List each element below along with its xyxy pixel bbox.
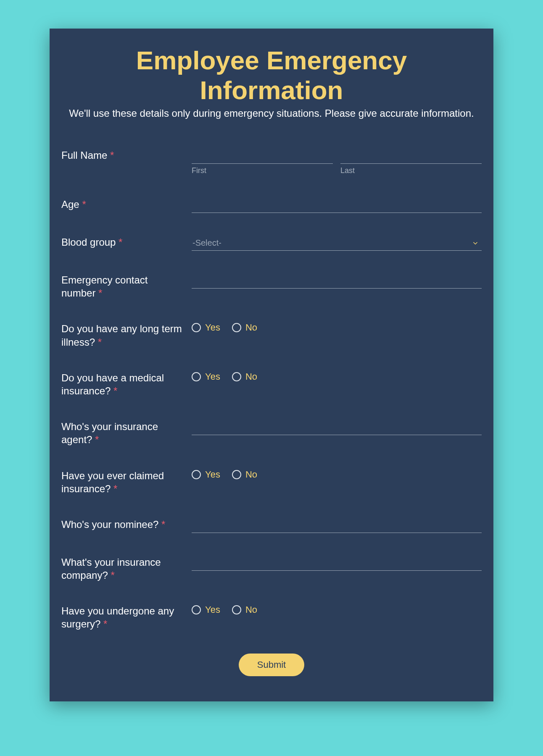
long-term-illness-label: Do you have any long term illness? * bbox=[61, 322, 192, 348]
form-card: Employee Emergency Information We'll use… bbox=[50, 29, 493, 701]
required-asterisk: * bbox=[82, 199, 86, 210]
claimed-radio-yes[interactable]: Yes bbox=[192, 469, 220, 480]
required-asterisk: * bbox=[113, 385, 117, 396]
illness-radio-group: Yes No bbox=[192, 322, 482, 333]
surgery-radio-no[interactable]: No bbox=[232, 604, 257, 615]
radio-label: Yes bbox=[205, 604, 220, 615]
medical-insurance-radio-no[interactable]: No bbox=[232, 371, 257, 382]
radio-circle-icon bbox=[232, 323, 241, 332]
chevron-down-icon bbox=[472, 239, 479, 247]
radio-label: Yes bbox=[205, 469, 220, 480]
insurance-agent-label: Who's your insurance agent? * bbox=[61, 420, 192, 446]
radio-label: No bbox=[245, 604, 257, 615]
label-text: Full Name bbox=[61, 150, 107, 161]
field-claimed-insurance: Have you ever claimed insurance? * Yes N… bbox=[61, 469, 482, 495]
surgery-label: Have you undergone any surgery? * bbox=[61, 604, 192, 630]
required-asterisk: * bbox=[111, 570, 114, 581]
label-text: Have you undergone any surgery? bbox=[61, 605, 174, 630]
field-nominee: Who's your nominee? * bbox=[61, 518, 482, 533]
insurance-agent-input[interactable] bbox=[192, 420, 482, 435]
select-placeholder: -Select- bbox=[192, 238, 221, 247]
surgery-radio-group: Yes No bbox=[192, 604, 482, 615]
claimed-insurance-label: Have you ever claimed insurance? * bbox=[61, 469, 192, 495]
label-text: Blood group bbox=[61, 236, 116, 248]
claimed-radio-no[interactable]: No bbox=[232, 469, 257, 480]
radio-label: No bbox=[245, 371, 257, 382]
radio-circle-icon bbox=[232, 372, 241, 381]
radio-circle-icon bbox=[192, 470, 201, 479]
required-asterisk: * bbox=[98, 287, 102, 299]
field-surgery: Have you undergone any surgery? * Yes No bbox=[61, 604, 482, 630]
last-name-sublabel: Last bbox=[340, 166, 482, 175]
field-age: Age * bbox=[61, 198, 482, 213]
blood-group-select[interactable]: -Select- bbox=[192, 236, 482, 251]
nominee-label: Who's your nominee? * bbox=[61, 518, 192, 531]
required-asterisk: * bbox=[119, 236, 122, 248]
field-emergency-contact: Emergency contact number * bbox=[61, 273, 482, 299]
field-medical-insurance: Do you have a medical insurance? * Yes N… bbox=[61, 371, 482, 397]
submit-row: Submit bbox=[61, 654, 482, 676]
required-asterisk: * bbox=[95, 434, 99, 445]
age-input[interactable] bbox=[192, 198, 482, 213]
radio-circle-icon bbox=[192, 605, 201, 614]
last-name-input[interactable] bbox=[340, 149, 482, 164]
first-name-sublabel: First bbox=[192, 166, 333, 175]
medical-insurance-radio-group: Yes No bbox=[192, 371, 482, 382]
full-name-label: Full Name * bbox=[61, 149, 192, 162]
radio-label: Yes bbox=[205, 322, 220, 333]
surgery-radio-yes[interactable]: Yes bbox=[192, 604, 220, 615]
medical-insurance-label: Do you have a medical insurance? * bbox=[61, 371, 192, 397]
required-asterisk: * bbox=[103, 618, 107, 630]
label-text: Who's your insurance agent? bbox=[61, 421, 158, 445]
radio-circle-icon bbox=[232, 470, 241, 479]
emergency-contact-label: Emergency contact number * bbox=[61, 273, 192, 299]
radio-circle-icon bbox=[192, 372, 201, 381]
required-asterisk: * bbox=[161, 519, 165, 530]
field-blood-group: Blood group * -Select- bbox=[61, 236, 482, 251]
form-title: Employee Emergency Information bbox=[61, 45, 482, 105]
blood-group-label: Blood group * bbox=[61, 236, 192, 249]
emergency-contact-input[interactable] bbox=[192, 273, 482, 289]
submit-button[interactable]: Submit bbox=[239, 654, 304, 676]
illness-radio-no[interactable]: No bbox=[232, 322, 257, 333]
claimed-radio-group: Yes No bbox=[192, 469, 482, 480]
label-text: Do you have any long term illness? bbox=[61, 323, 182, 347]
required-asterisk: * bbox=[110, 150, 114, 161]
field-insurance-agent: Who's your insurance agent? * bbox=[61, 420, 482, 446]
field-insurance-company: What's your insurance company? * bbox=[61, 556, 482, 582]
field-full-name: Full Name * First Last bbox=[61, 149, 482, 175]
label-text: Do you have a medical insurance? bbox=[61, 372, 164, 396]
radio-circle-icon bbox=[232, 605, 241, 614]
illness-radio-yes[interactable]: Yes bbox=[192, 322, 220, 333]
required-asterisk: * bbox=[113, 483, 117, 494]
radio-label: No bbox=[245, 322, 257, 333]
field-long-term-illness: Do you have any long term illness? * Yes… bbox=[61, 322, 482, 348]
required-asterisk: * bbox=[98, 336, 102, 348]
label-text: Have you ever claimed insurance? bbox=[61, 470, 164, 494]
label-text: Emergency contact number bbox=[61, 274, 148, 299]
first-name-input[interactable] bbox=[192, 149, 333, 164]
medical-insurance-radio-yes[interactable]: Yes bbox=[192, 371, 220, 382]
nominee-input[interactable] bbox=[192, 518, 482, 533]
label-text: Age bbox=[61, 199, 79, 210]
radio-label: No bbox=[245, 469, 257, 480]
insurance-company-label: What's your insurance company? * bbox=[61, 556, 192, 582]
age-label: Age * bbox=[61, 198, 192, 211]
insurance-company-input[interactable] bbox=[192, 556, 482, 571]
radio-circle-icon bbox=[192, 323, 201, 332]
label-text: Who's your nominee? bbox=[61, 519, 158, 530]
form-subtitle: We'll use these details only during emer… bbox=[61, 108, 482, 119]
radio-label: Yes bbox=[205, 371, 220, 382]
